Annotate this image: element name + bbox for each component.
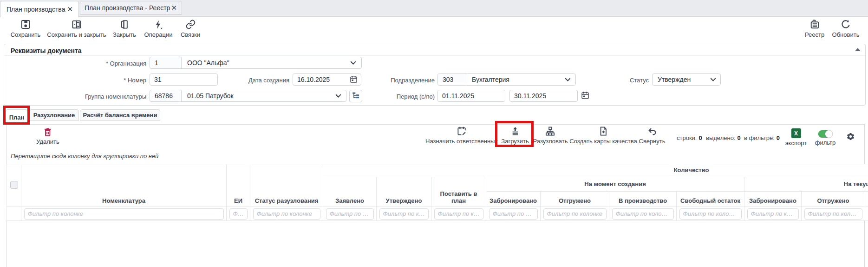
window-tab-label: План производства - Реестр xyxy=(85,4,170,12)
save-and-close-icon xyxy=(71,19,82,30)
column-header-nomenclature[interactable]: Номенклатура xyxy=(21,164,227,207)
tab-explosion[interactable]: Разузлование xyxy=(29,109,79,121)
filter-input-approved[interactable] xyxy=(379,208,429,220)
create-quality-cards-button[interactable]: Создать карты качества xyxy=(569,126,637,145)
filter-cell xyxy=(250,207,323,221)
column-header-approved[interactable]: Утверждено xyxy=(377,177,431,207)
tab-time-balance[interactable]: Расчёт баланса времени xyxy=(80,109,160,121)
column-header-shipped-current[interactable]: Отгружено xyxy=(802,192,865,207)
in-filter-counter: в фильтре:0 xyxy=(744,134,780,141)
links-button[interactable]: Связки xyxy=(181,19,200,38)
department-combo[interactable]: 303 Бухгалтерия xyxy=(437,73,576,86)
status-label: Статус xyxy=(630,77,649,84)
settings-button[interactable] xyxy=(846,132,855,141)
column-header-shipped[interactable]: Отгружено xyxy=(541,192,609,207)
column-header-in-production[interactable]: В производство xyxy=(609,192,677,207)
chevron-down-icon[interactable] xyxy=(335,94,341,98)
selected-count-value: 0 xyxy=(735,134,740,141)
collapse-panel-icon[interactable] xyxy=(855,48,861,51)
export-excel-button[interactable]: X экспорт xyxy=(785,128,807,147)
load-button[interactable]: Загрузить xyxy=(501,126,529,145)
period-to-field[interactable] xyxy=(509,90,578,102)
filter-input-in-production[interactable] xyxy=(612,208,674,220)
close-tab-icon[interactable]: ✕ xyxy=(67,5,73,13)
window-tab-production-plan-registry[interactable]: План производства - Реестр ✕ xyxy=(80,1,182,15)
chevron-down-icon[interactable] xyxy=(350,61,356,65)
status-combo[interactable]: Утвержден xyxy=(652,73,721,86)
nomenclature-tree-button[interactable] xyxy=(349,90,362,102)
column-header-explosion-status[interactable]: Статус разузлования xyxy=(250,164,323,207)
filter-input-reserved[interactable] xyxy=(489,208,538,220)
operations-lightning-icon xyxy=(153,19,164,30)
assign-responsible-button[interactable]: Назначить ответственных xyxy=(425,126,498,145)
filter-input-shipped-current[interactable] xyxy=(804,208,862,220)
save-and-close-button[interactable]: Сохранить и закрыть xyxy=(47,19,106,38)
window-tab-label: План производства xyxy=(7,6,65,13)
period-label: Период (с/по) xyxy=(397,93,435,100)
filter-input-unit[interactable] xyxy=(229,208,248,220)
period-calendar-icon[interactable] xyxy=(581,91,589,101)
column-header-free-rest[interactable]: Свободный остаток xyxy=(677,192,744,207)
chevron-down-icon[interactable] xyxy=(565,78,571,82)
toggle-knob xyxy=(825,130,832,138)
number-field[interactable] xyxy=(150,73,218,86)
filter-cell xyxy=(609,207,677,221)
select-all-checkbox[interactable] xyxy=(10,181,18,189)
filter-input-explosion-status[interactable] xyxy=(253,208,320,220)
chevron-down-icon[interactable] xyxy=(710,78,716,82)
hierarchy-icon xyxy=(545,126,555,136)
column-header-unit[interactable]: ЕИ xyxy=(227,164,250,207)
column-header-clipped xyxy=(865,192,868,207)
nomenclature-group-combo[interactable]: 68786 01.05 Патрубок xyxy=(150,90,346,102)
filter-input-shipped[interactable] xyxy=(543,208,607,220)
links-chain-icon xyxy=(185,19,196,30)
close-button[interactable]: Закрыть xyxy=(113,19,136,38)
excel-icon: X xyxy=(791,128,801,138)
plan-grid: Номенклатура ЕИ Статус разузлования Коли… xyxy=(7,164,868,221)
filter-input-requested[interactable] xyxy=(326,208,374,220)
filter-cell xyxy=(323,207,377,221)
calendar-icon[interactable] xyxy=(350,75,358,85)
organization-label: * Организация xyxy=(106,60,146,67)
group-header-at-creation: На момент создания xyxy=(486,177,744,192)
column-header-reserved[interactable]: Забронировано xyxy=(486,192,541,207)
column-header-reserved-current[interactable]: Забронировано xyxy=(744,192,802,207)
rows-counter: строки:0 xyxy=(677,134,702,141)
delete-button[interactable]: Удалить xyxy=(36,127,59,145)
close-tab-icon[interactable]: ✕ xyxy=(171,4,177,12)
filter-cell xyxy=(21,207,227,221)
column-header-put-in-plan[interactable]: Поставить в план xyxy=(431,177,486,207)
window-tab-production-plan[interactable]: План производства ✕ xyxy=(0,1,79,17)
group-by-hint: Перетащите сюда колонку для группировки … xyxy=(11,153,158,160)
filter-cell xyxy=(7,207,21,221)
filter-input-nomenclature[interactable] xyxy=(24,208,224,220)
divider xyxy=(4,124,865,125)
filter-input-reserved-current[interactable] xyxy=(747,208,799,220)
department-label: Подразделение xyxy=(391,77,435,84)
rows-count-value: 0 xyxy=(697,134,702,141)
number-label: * Номер xyxy=(124,77,146,84)
divider xyxy=(4,124,4,267)
period-from-field[interactable] xyxy=(437,90,505,102)
organization-combo[interactable]: 1 ООО "Альфа" xyxy=(150,57,362,69)
refresh-button[interactable]: Обновить xyxy=(832,19,860,38)
selected-counter: выделено:0 xyxy=(706,134,741,141)
registry-button[interactable]: Реестр xyxy=(805,19,824,38)
explode-button[interactable]: Разузловать xyxy=(533,126,568,145)
collapse-button[interactable]: Свернуть xyxy=(639,126,665,145)
organization-name: ООО "Альфа" xyxy=(182,59,350,67)
in-filter-count-value: 0 xyxy=(775,134,780,141)
nomenclature-group-label: Группа номенклатуры xyxy=(85,93,146,100)
operations-button[interactable]: Операции xyxy=(144,19,173,38)
gear-icon xyxy=(846,132,855,141)
filter-input-free-rest[interactable] xyxy=(679,208,742,220)
main-toolbar: Сохранить Сохранить и закрыть Закрыть xyxy=(0,17,868,44)
filter-input-put-in-plan[interactable] xyxy=(434,208,483,220)
toggle-on-icon[interactable] xyxy=(818,130,832,138)
tab-plan[interactable]: План xyxy=(6,109,28,125)
status-value: Утвержден xyxy=(653,76,710,83)
select-all-checkbox-cell xyxy=(7,164,21,207)
filter-toggle[interactable]: фильтр xyxy=(815,130,835,146)
column-header-requested[interactable]: Заявлено xyxy=(323,177,377,207)
save-button[interactable]: Сохранить xyxy=(11,19,41,38)
